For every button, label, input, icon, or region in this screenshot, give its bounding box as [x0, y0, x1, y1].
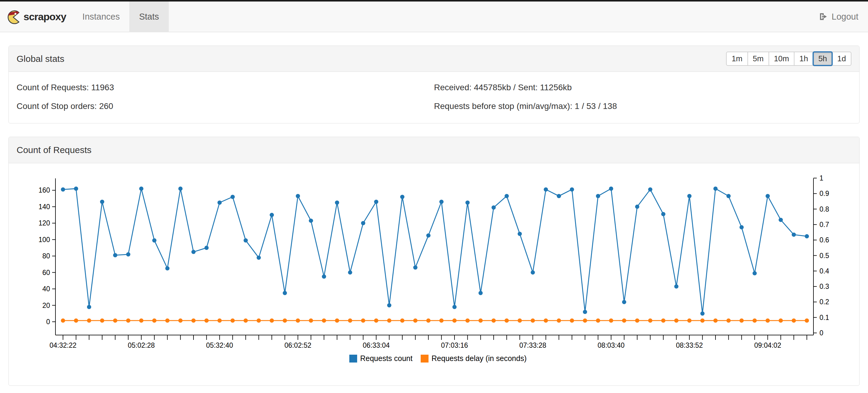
series-point[interactable]: [570, 318, 574, 323]
series-point[interactable]: [361, 221, 365, 225]
series-point[interactable]: [713, 187, 718, 191]
series-point[interactable]: [387, 303, 392, 308]
series-point[interactable]: [779, 218, 783, 222]
series-point[interactable]: [74, 187, 78, 191]
series-point[interactable]: [270, 213, 274, 217]
series-point[interactable]: [139, 187, 144, 191]
brand[interactable]: scrapoxy: [0, 1, 73, 32]
series-point[interactable]: [544, 318, 548, 323]
series-point[interactable]: [191, 250, 195, 254]
series-point[interactable]: [100, 318, 104, 323]
series-point[interactable]: [204, 246, 209, 250]
series-point[interactable]: [531, 318, 535, 323]
series-point[interactable]: [348, 271, 352, 275]
series-point[interactable]: [805, 234, 809, 238]
series-point[interactable]: [504, 318, 509, 323]
series-point[interactable]: [740, 225, 744, 229]
series-point[interactable]: [87, 318, 91, 323]
series-point[interactable]: [557, 194, 561, 198]
series-point[interactable]: [465, 318, 470, 323]
series-point[interactable]: [400, 195, 404, 199]
series-point[interactable]: [622, 318, 626, 323]
series-point[interactable]: [792, 318, 796, 323]
series-point[interactable]: [648, 318, 652, 323]
series-point[interactable]: [218, 200, 222, 205]
series-point[interactable]: [648, 188, 652, 192]
series-point[interactable]: [283, 318, 287, 323]
series-point[interactable]: [518, 232, 522, 236]
series-point[interactable]: [596, 194, 600, 198]
series-point[interactable]: [701, 318, 705, 323]
series-point[interactable]: [335, 318, 339, 323]
series-point[interactable]: [230, 318, 235, 323]
series-point[interactable]: [622, 300, 626, 304]
series-point[interactable]: [635, 318, 639, 323]
series-point[interactable]: [453, 318, 457, 323]
series-point[interactable]: [309, 219, 313, 223]
series-point[interactable]: [413, 265, 417, 270]
series-point[interactable]: [557, 318, 561, 323]
series-point[interactable]: [139, 318, 144, 323]
series-point[interactable]: [335, 200, 339, 205]
series-point[interactable]: [596, 318, 600, 323]
series-point[interactable]: [439, 200, 444, 204]
series-point[interactable]: [426, 318, 430, 323]
series-point[interactable]: [296, 318, 300, 323]
series-point[interactable]: [61, 188, 65, 192]
series-point[interactable]: [805, 318, 809, 323]
series-point[interactable]: [478, 291, 483, 295]
series-point[interactable]: [766, 194, 770, 198]
range-button-1m[interactable]: 1m: [726, 52, 748, 66]
series-point[interactable]: [296, 194, 300, 198]
range-button-5m[interactable]: 5m: [747, 52, 769, 66]
series-point[interactable]: [126, 318, 130, 323]
requests-line-chart[interactable]: 02040608010012014016000.10.20.30.40.50.6…: [9, 170, 860, 374]
series-point[interactable]: [674, 284, 678, 288]
series-point[interactable]: [661, 212, 665, 216]
series-point[interactable]: [661, 318, 665, 323]
series-point[interactable]: [492, 318, 496, 323]
series-point[interactable]: [309, 318, 313, 323]
series-point[interactable]: [113, 253, 117, 257]
series-point[interactable]: [531, 271, 535, 275]
range-button-1h[interactable]: 1h: [794, 52, 813, 66]
series-point[interactable]: [766, 318, 770, 323]
series-point[interactable]: [518, 318, 522, 323]
series-point[interactable]: [361, 318, 365, 323]
tab-stats[interactable]: Stats: [129, 1, 168, 32]
series-point[interactable]: [191, 318, 195, 323]
tab-instances[interactable]: Instances: [73, 1, 129, 32]
series-point[interactable]: [113, 318, 117, 323]
series-point[interactable]: [752, 271, 757, 275]
series-point[interactable]: [635, 205, 639, 209]
series-point[interactable]: [583, 310, 587, 314]
series-point[interactable]: [504, 194, 509, 198]
series-point[interactable]: [126, 252, 130, 257]
series-point[interactable]: [322, 318, 326, 323]
series-point[interactable]: [713, 318, 718, 323]
series-point[interactable]: [465, 200, 470, 205]
series-point[interactable]: [583, 318, 587, 323]
series-point[interactable]: [165, 266, 169, 271]
series-point[interactable]: [74, 318, 78, 323]
series-point[interactable]: [152, 238, 156, 243]
series-point[interactable]: [740, 318, 744, 323]
series-point[interactable]: [779, 318, 783, 323]
series-point[interactable]: [687, 194, 691, 198]
series-point[interactable]: [752, 318, 757, 323]
series-point[interactable]: [413, 318, 417, 323]
series-point[interactable]: [230, 195, 235, 199]
series-point[interactable]: [87, 305, 91, 309]
series-point[interactable]: [152, 318, 156, 323]
series-point[interactable]: [792, 232, 796, 237]
series-point[interactable]: [100, 200, 104, 204]
series-point[interactable]: [179, 318, 183, 323]
series-point[interactable]: [453, 305, 457, 309]
series-point[interactable]: [701, 311, 705, 316]
series-point[interactable]: [283, 291, 287, 295]
series-point[interactable]: [687, 318, 691, 323]
series-point[interactable]: [674, 318, 678, 323]
series-point[interactable]: [179, 187, 183, 191]
series-point[interactable]: [165, 318, 169, 323]
series-point[interactable]: [218, 318, 222, 323]
